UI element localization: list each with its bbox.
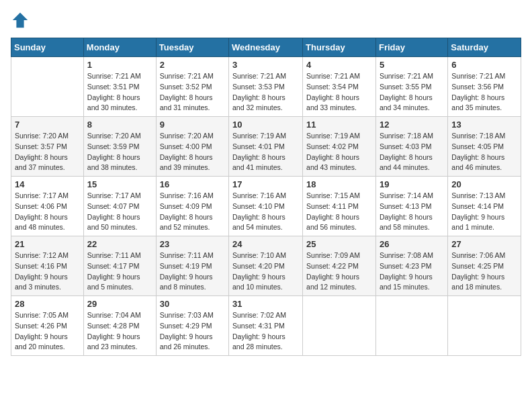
day-info: Sunrise: 7:08 AMSunset: 4:23 PMDaylight:…: [380, 250, 444, 293]
weekday-header-saturday: Saturday: [448, 38, 521, 57]
calendar-cell: [11, 57, 84, 117]
day-info: Sunrise: 7:21 AMSunset: 3:53 PMDaylight:…: [232, 71, 299, 113]
calendar-cell: 29Sunrise: 7:04 AMSunset: 4:28 PMDayligh…: [83, 296, 156, 356]
day-info: Sunrise: 7:12 AMSunset: 4:16 PMDaylight:…: [15, 250, 80, 293]
calendar-cell: 12Sunrise: 7:18 AMSunset: 4:03 PMDayligh…: [375, 117, 447, 177]
calendar-week-3: 14Sunrise: 7:17 AMSunset: 4:06 PMDayligh…: [11, 177, 521, 236]
day-number: 25: [306, 239, 372, 249]
day-info: Sunrise: 7:18 AMSunset: 4:05 PMDaylight:…: [451, 131, 517, 173]
day-number: 19: [380, 179, 444, 189]
calendar-cell: 17Sunrise: 7:16 AMSunset: 4:10 PMDayligh…: [229, 177, 303, 236]
calendar-cell: 28Sunrise: 7:05 AMSunset: 4:26 PMDayligh…: [11, 296, 84, 356]
calendar-body: 1Sunrise: 7:21 AMSunset: 3:51 PMDaylight…: [11, 57, 521, 356]
logo: [11, 11, 32, 30]
day-number: 24: [232, 239, 299, 249]
calendar-cell: 1Sunrise: 7:21 AMSunset: 3:51 PMDaylight…: [83, 57, 156, 117]
logo-icon: [11, 11, 30, 30]
day-info: Sunrise: 7:17 AMSunset: 4:06 PMDaylight:…: [15, 191, 80, 233]
day-number: 28: [15, 299, 80, 309]
day-number: 30: [160, 299, 225, 309]
day-number: 15: [87, 179, 152, 189]
day-info: Sunrise: 7:21 AMSunset: 3:56 PMDaylight:…: [451, 71, 517, 113]
day-number: 20: [451, 179, 517, 189]
day-number: 26: [380, 239, 444, 249]
weekday-header-row: SundayMondayTuesdayWednesdayThursdayFrid…: [11, 38, 521, 57]
day-info: Sunrise: 7:06 AMSunset: 4:25 PMDaylight:…: [451, 250, 517, 293]
weekday-header-monday: Monday: [83, 38, 156, 57]
day-number: 4: [306, 60, 372, 70]
day-info: Sunrise: 7:09 AMSunset: 4:22 PMDaylight:…: [306, 250, 372, 293]
day-info: Sunrise: 7:04 AMSunset: 4:28 PMDaylight:…: [87, 310, 152, 353]
day-number: 10: [232, 120, 299, 130]
day-number: 3: [232, 60, 299, 70]
day-info: Sunrise: 7:05 AMSunset: 4:26 PMDaylight:…: [15, 310, 80, 353]
calendar-cell: 4Sunrise: 7:21 AMSunset: 3:54 PMDaylight…: [303, 57, 376, 117]
day-number: 23: [160, 239, 225, 249]
day-number: 29: [87, 299, 152, 309]
day-number: 7: [15, 120, 80, 130]
weekday-header-wednesday: Wednesday: [229, 38, 303, 57]
calendar-cell: 10Sunrise: 7:19 AMSunset: 4:01 PMDayligh…: [229, 117, 303, 177]
calendar-cell: 15Sunrise: 7:17 AMSunset: 4:07 PMDayligh…: [83, 177, 156, 236]
calendar-week-5: 28Sunrise: 7:05 AMSunset: 4:26 PMDayligh…: [11, 296, 521, 356]
day-info: Sunrise: 7:21 AMSunset: 3:52 PMDaylight:…: [160, 71, 225, 113]
day-info: Sunrise: 7:14 AMSunset: 4:13 PMDaylight:…: [380, 191, 444, 233]
day-number: 22: [87, 239, 152, 249]
day-number: 11: [306, 120, 372, 130]
day-number: 21: [15, 239, 80, 249]
calendar-table: SundayMondayTuesdayWednesdayThursdayFrid…: [11, 38, 521, 356]
day-info: Sunrise: 7:21 AMSunset: 3:55 PMDaylight:…: [380, 71, 444, 113]
day-info: Sunrise: 7:21 AMSunset: 3:54 PMDaylight:…: [306, 71, 372, 113]
calendar-cell: 30Sunrise: 7:03 AMSunset: 4:29 PMDayligh…: [156, 296, 228, 356]
day-number: 17: [232, 179, 299, 189]
calendar-week-4: 21Sunrise: 7:12 AMSunset: 4:16 PMDayligh…: [11, 236, 521, 296]
calendar-cell: 7Sunrise: 7:20 AMSunset: 3:57 PMDaylight…: [11, 117, 84, 177]
calendar-cell: 9Sunrise: 7:20 AMSunset: 4:00 PMDaylight…: [156, 117, 228, 177]
day-info: Sunrise: 7:21 AMSunset: 3:51 PMDaylight:…: [87, 71, 152, 113]
day-number: 5: [380, 60, 444, 70]
svg-marker-0: [13, 13, 28, 28]
day-number: 18: [306, 179, 372, 189]
calendar-cell: 5Sunrise: 7:21 AMSunset: 3:55 PMDaylight…: [375, 57, 447, 117]
day-info: Sunrise: 7:02 AMSunset: 4:31 PMDaylight:…: [232, 310, 299, 353]
day-info: Sunrise: 7:18 AMSunset: 4:03 PMDaylight:…: [380, 131, 444, 173]
calendar-cell: 19Sunrise: 7:14 AMSunset: 4:13 PMDayligh…: [375, 177, 447, 236]
calendar-cell: 24Sunrise: 7:10 AMSunset: 4:20 PMDayligh…: [229, 236, 303, 296]
calendar-cell: 31Sunrise: 7:02 AMSunset: 4:31 PMDayligh…: [229, 296, 303, 356]
day-info: Sunrise: 7:11 AMSunset: 4:19 PMDaylight:…: [160, 250, 225, 293]
day-info: Sunrise: 7:20 AMSunset: 3:57 PMDaylight:…: [15, 131, 80, 173]
weekday-header-thursday: Thursday: [303, 38, 376, 57]
day-number: 9: [160, 120, 225, 130]
calendar-cell: 23Sunrise: 7:11 AMSunset: 4:19 PMDayligh…: [156, 236, 228, 296]
calendar-cell: 21Sunrise: 7:12 AMSunset: 4:16 PMDayligh…: [11, 236, 84, 296]
calendar-cell: 8Sunrise: 7:20 AMSunset: 3:59 PMDaylight…: [83, 117, 156, 177]
day-number: 27: [451, 239, 517, 249]
calendar-cell: 16Sunrise: 7:16 AMSunset: 4:09 PMDayligh…: [156, 177, 228, 236]
calendar-header: SundayMondayTuesdayWednesdayThursdayFrid…: [11, 38, 521, 57]
day-number: 31: [232, 299, 299, 309]
day-info: Sunrise: 7:19 AMSunset: 4:02 PMDaylight:…: [306, 131, 372, 173]
day-number: 12: [380, 120, 444, 130]
day-info: Sunrise: 7:16 AMSunset: 4:09 PMDaylight:…: [160, 191, 225, 233]
day-number: 8: [87, 120, 152, 130]
calendar-cell: [375, 296, 447, 356]
day-info: Sunrise: 7:17 AMSunset: 4:07 PMDaylight:…: [87, 191, 152, 233]
calendar-week-1: 1Sunrise: 7:21 AMSunset: 3:51 PMDaylight…: [11, 57, 521, 117]
calendar-cell: 6Sunrise: 7:21 AMSunset: 3:56 PMDaylight…: [448, 57, 521, 117]
day-info: Sunrise: 7:16 AMSunset: 4:10 PMDaylight:…: [232, 191, 299, 233]
weekday-header-friday: Friday: [375, 38, 447, 57]
day-info: Sunrise: 7:20 AMSunset: 3:59 PMDaylight:…: [87, 131, 152, 173]
calendar-cell: 22Sunrise: 7:11 AMSunset: 4:17 PMDayligh…: [83, 236, 156, 296]
day-number: 1: [87, 60, 152, 70]
calendar-cell: 25Sunrise: 7:09 AMSunset: 4:22 PMDayligh…: [303, 236, 376, 296]
calendar-cell: 11Sunrise: 7:19 AMSunset: 4:02 PMDayligh…: [303, 117, 376, 177]
day-number: 6: [451, 60, 517, 70]
weekday-header-tuesday: Tuesday: [156, 38, 228, 57]
calendar-cell: [448, 296, 521, 356]
day-info: Sunrise: 7:11 AMSunset: 4:17 PMDaylight:…: [87, 250, 152, 293]
calendar-cell: 20Sunrise: 7:13 AMSunset: 4:14 PMDayligh…: [448, 177, 521, 236]
calendar-cell: 14Sunrise: 7:17 AMSunset: 4:06 PMDayligh…: [11, 177, 84, 236]
calendar-cell: [303, 296, 376, 356]
day-info: Sunrise: 7:19 AMSunset: 4:01 PMDaylight:…: [232, 131, 299, 173]
weekday-header-sunday: Sunday: [11, 38, 84, 57]
